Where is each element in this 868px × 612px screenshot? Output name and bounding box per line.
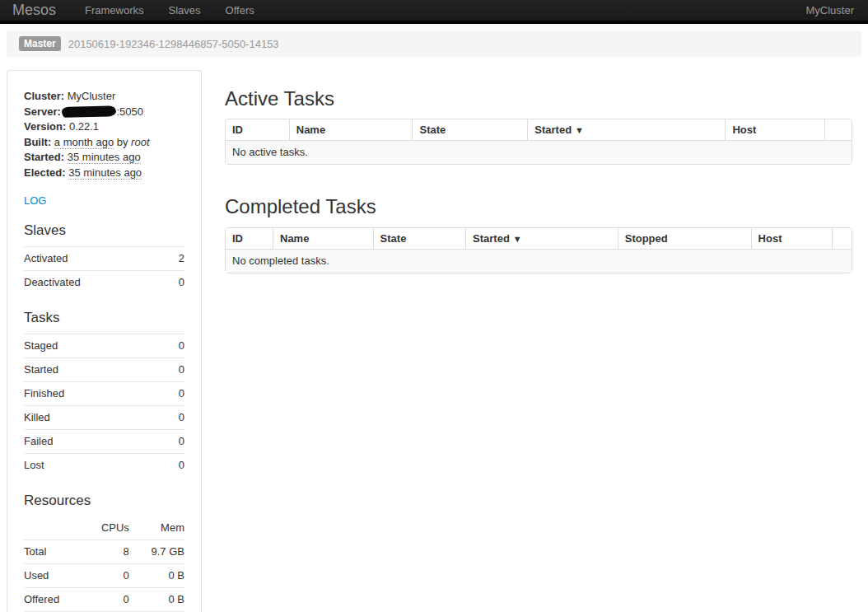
resources-offered-mem: 0 B (129, 588, 184, 612)
empty-state-row: No active tasks. (226, 140, 852, 164)
info-built: Built: a month ago by root (24, 135, 184, 151)
completed-tasks-empty-message: No completed tasks. (226, 249, 852, 273)
table-row: Deactivated 0 (24, 271, 184, 295)
table-row: Failed 0 (24, 430, 184, 454)
active-col-actions (824, 119, 852, 140)
resources-total-label: Total (24, 540, 83, 564)
table-row: Total 8 9.7 GB (24, 540, 184, 564)
resources-table: CPUs Mem Total 8 9.7 GB Used 0 0 B Offer… (24, 516, 184, 612)
slaves-section-title: Slaves (24, 222, 184, 239)
tasks-started-label: Started (24, 358, 164, 382)
info-server-label: Server: (24, 105, 61, 118)
active-tasks-table: ID Name State Started▼ Host No active ta… (225, 119, 852, 165)
master-id-text: 20150619-192346-1298446857-5050-14153 (68, 38, 279, 50)
completed-col-host[interactable]: Host (751, 228, 832, 249)
resources-offered-cpus: 0 (83, 588, 129, 612)
resources-used-mem: 0 B (129, 564, 184, 588)
slaves-deactivated-label: Deactivated (24, 271, 169, 295)
tasks-failed-label: Failed (24, 430, 164, 454)
info-elected-value: 35 minutes ago (68, 166, 142, 180)
completed-tasks-title: Completed Tasks (225, 196, 852, 217)
sort-desc-icon: ▼ (513, 234, 522, 244)
table-row: Activated 2 (24, 247, 184, 271)
completed-tasks-table: ID Name State Started▼ Stopped Host No c… (225, 227, 852, 273)
breadcrumb: Master 20150619-192346-1298446857-5050-1… (7, 30, 861, 57)
info-built-label: Built: (24, 136, 51, 148)
info-elected-label: Elected: (24, 166, 66, 179)
resources-total-mem: 9.7 GB (129, 540, 184, 564)
active-tasks-title: Active Tasks (225, 88, 852, 110)
tasks-staged-value: 0 (164, 334, 184, 358)
active-col-started[interactable]: Started▼ (527, 119, 725, 140)
master-badge: Master (19, 36, 61, 51)
info-server-port: :5050 (116, 105, 143, 118)
slaves-deactivated-value: 0 (169, 271, 184, 295)
tasks-lost-value: 0 (164, 454, 184, 478)
active-col-state[interactable]: State (412, 119, 527, 140)
completed-col-id[interactable]: ID (226, 228, 273, 249)
nav-link-frameworks[interactable]: Frameworks (72, 0, 156, 22)
brand-link-mesos[interactable]: Mesos (0, 0, 72, 22)
active-col-id[interactable]: ID (226, 119, 289, 140)
sidebar-panel: Cluster: MyCluster Server: :5050 Version… (7, 70, 202, 612)
tasks-finished-label: Finished (24, 382, 164, 406)
nav-link-offers[interactable]: Offers (213, 0, 267, 22)
info-started-value: 35 minutes ago (68, 151, 141, 164)
resources-total-cpus: 8 (83, 540, 129, 564)
resources-section-title: Resources (24, 493, 184, 509)
resources-col-cpus: CPUs (83, 516, 129, 540)
info-built-user: root (131, 136, 149, 148)
info-built-time: a month ago (54, 136, 114, 149)
info-server: Server: :5050 (24, 105, 184, 120)
active-tasks-empty-message: No active tasks. (226, 140, 852, 164)
completed-col-stopped[interactable]: Stopped (618, 228, 751, 249)
tasks-failed-value: 0 (164, 430, 184, 454)
active-col-host[interactable]: Host (725, 119, 824, 140)
top-navbar: Mesos Frameworks Slaves Offers MyCluster (0, 0, 868, 24)
tasks-finished-value: 0 (164, 382, 184, 406)
info-started: Started: 35 minutes ago (24, 150, 184, 166)
navbar-cluster-name: MyCluster (805, 4, 854, 16)
active-col-name[interactable]: Name (289, 119, 413, 140)
completed-col-actions (832, 228, 852, 249)
info-built-by-word: by (117, 136, 128, 148)
completed-col-started[interactable]: Started▼ (465, 228, 618, 249)
info-version: Version: 0.22.1 (24, 119, 184, 135)
info-version-value: 0.22.1 (69, 120, 99, 133)
sort-desc-icon: ▼ (575, 125, 584, 135)
resources-used-cpus: 0 (83, 564, 129, 588)
table-row: Finished 0 (24, 382, 184, 406)
table-row: Lost 0 (24, 454, 184, 478)
table-row: Started 0 (24, 358, 184, 382)
tasks-section-title: Tasks (24, 310, 184, 326)
table-row: Offered 0 0 B (24, 588, 184, 612)
completed-col-name[interactable]: Name (273, 228, 373, 249)
info-cluster-value: MyCluster (68, 90, 116, 102)
info-cluster: Cluster: MyCluster (24, 89, 184, 105)
info-started-label: Started: (24, 151, 64, 163)
slaves-table: Activated 2 Deactivated 0 (24, 246, 184, 294)
table-row: Used 0 0 B (24, 564, 184, 588)
table-header-row: ID Name State Started▼ Stopped Host (226, 228, 852, 249)
nav-link-slaves[interactable]: Slaves (156, 0, 213, 22)
info-elected: Elected: 35 minutes ago (24, 166, 184, 181)
resources-used-label: Used (24, 564, 83, 588)
tasks-staged-label: Staged (24, 334, 164, 358)
log-link[interactable]: LOG (24, 194, 46, 207)
slaves-activated-label: Activated (24, 247, 169, 271)
empty-state-row: No completed tasks. (226, 249, 852, 273)
tasks-table: Staged 0 Started 0 Finished 0 Killed 0 F… (24, 334, 184, 477)
tasks-killed-value: 0 (164, 406, 184, 430)
table-row: Staged 0 (24, 334, 184, 358)
redacted-server-ip (63, 105, 116, 117)
tasks-killed-label: Killed (24, 406, 164, 430)
tasks-started-value: 0 (164, 358, 184, 382)
info-version-label: Version: (24, 120, 66, 133)
tasks-lost-label: Lost (24, 454, 164, 478)
completed-col-state[interactable]: State (373, 228, 465, 249)
table-row: Killed 0 (24, 406, 184, 430)
resources-offered-label: Offered (24, 588, 83, 612)
table-header-row: ID Name State Started▼ Host (226, 119, 852, 140)
resources-col-mem: Mem (129, 516, 184, 540)
info-cluster-label: Cluster: (24, 90, 64, 102)
